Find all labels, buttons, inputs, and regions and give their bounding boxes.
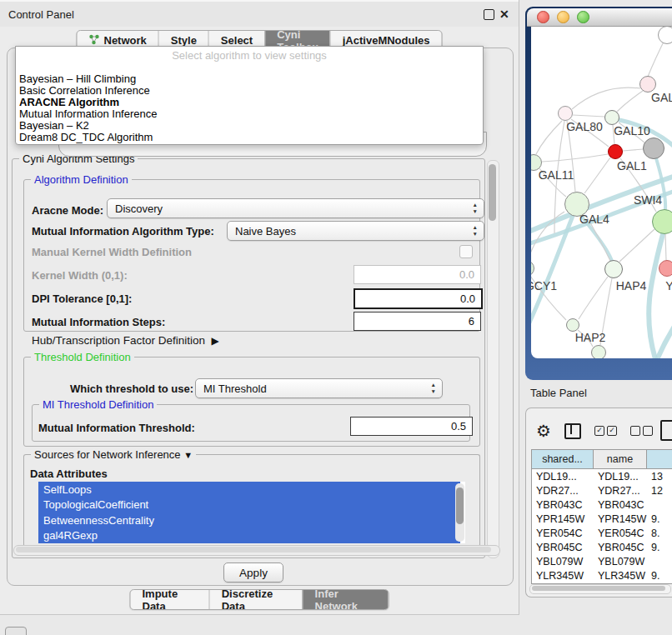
tab-label: Select bbox=[221, 34, 253, 47]
table-cell: YBR045C bbox=[594, 540, 647, 554]
network-node-label: GAL11 bbox=[539, 168, 574, 182]
mi-steps-input[interactable]: 6 bbox=[354, 312, 481, 331]
table-horizontal-scrollbar[interactable] bbox=[529, 584, 671, 594]
attribute-list-item[interactable]: gal4RGexp bbox=[38, 528, 460, 544]
panel-title: Control Panel bbox=[8, 8, 74, 21]
tab-infer-network[interactable]: Infer Network bbox=[303, 590, 389, 609]
network-node[interactable] bbox=[591, 345, 606, 358]
table-row[interactable]: YER054CYER054C8. bbox=[532, 526, 672, 540]
manual-kernel-width-label: Manual Kernel Width Definition bbox=[32, 246, 192, 258]
table-row[interactable]: YBR045CYBR045C9. bbox=[532, 540, 672, 554]
minimize-traffic-light[interactable] bbox=[557, 11, 569, 23]
algorithm-option[interactable]: Basic Correlation Inference bbox=[19, 85, 479, 97]
settings-vertical-scrollbar[interactable] bbox=[487, 160, 499, 558]
select-all-icon[interactable]: ✓✓ bbox=[594, 426, 617, 436]
document-icon[interactable] bbox=[660, 420, 672, 441]
network-node[interactable] bbox=[658, 27, 672, 44]
table-row[interactable]: YDR27...YDR27...12 bbox=[532, 483, 672, 498]
group-title: Algorithm Definition bbox=[31, 173, 132, 186]
float-window-icon[interactable] bbox=[484, 9, 494, 20]
mi-algorithm-type-select[interactable]: Naive Bayes ▲▼ bbox=[227, 221, 484, 241]
close-icon[interactable]: ✕ bbox=[499, 8, 509, 21]
table-cell: YLR345W bbox=[532, 568, 594, 582]
tab-impute-data[interactable]: Impute Data bbox=[131, 590, 209, 609]
network-node-label: Y bbox=[665, 279, 672, 292]
network-canvas[interactable]: GALGAL80GAL10GAL1GAL11SWI4GAL4GCY1HAP4YH… bbox=[531, 27, 672, 358]
aracne-mode-label: Aracne Mode: bbox=[32, 204, 103, 217]
algorithm-option[interactable]: ARACNE Algorithm bbox=[19, 97, 479, 108]
network-node-label: GAL10 bbox=[614, 124, 650, 138]
settings-horizontal-scrollbar[interactable] bbox=[13, 545, 500, 556]
table-row[interactable]: YPR145WYPR145W9. bbox=[532, 512, 672, 526]
cyni-bottom-tabs: Impute Data Discretize Data Infer Networ… bbox=[130, 589, 389, 610]
apply-button[interactable]: Apply bbox=[223, 562, 283, 582]
table-cell: YLR345W bbox=[594, 568, 647, 582]
network-node[interactable] bbox=[608, 144, 623, 159]
network-node[interactable] bbox=[652, 209, 672, 234]
collapse-down-icon[interactable]: ▼ bbox=[183, 450, 193, 460]
table-cell: 8. bbox=[647, 526, 672, 540]
network-window-titlebar[interactable] bbox=[527, 8, 672, 27]
network-node-label: SWI4 bbox=[634, 193, 662, 207]
table-header-row: shared...name bbox=[532, 450, 672, 469]
algorithm-option[interactable]: Dream8 DC_TDC Algorithm bbox=[19, 132, 479, 143]
scrollbar-thumb[interactable] bbox=[532, 586, 665, 591]
which-threshold-label: Which threshold to use: bbox=[70, 382, 193, 395]
network-node[interactable] bbox=[639, 76, 656, 92]
table-cell: YBR043C bbox=[594, 498, 647, 512]
table-row[interactable]: YBL079WYBL079W bbox=[532, 554, 672, 568]
network-node[interactable] bbox=[566, 318, 579, 332]
column-header[interactable]: shared... bbox=[532, 450, 594, 468]
dropdown-options: Bayesian – Hill ClimbingBasic Correlatio… bbox=[19, 73, 479, 143]
control-panel-window: Control Panel ✕ Network Style Select bbox=[0, 0, 519, 615]
attribute-list-item[interactable]: TopologicalCoefficient bbox=[38, 498, 460, 513]
scrollbar-thumb[interactable] bbox=[456, 488, 464, 524]
tab-label: Discretize Data bbox=[222, 589, 291, 610]
dpi-tolerance-input[interactable]: 0.0 bbox=[354, 288, 483, 309]
list-scrollbar[interactable] bbox=[455, 483, 464, 542]
which-threshold-select[interactable]: MI Threshold ▲▼ bbox=[195, 378, 443, 398]
column-header[interactable] bbox=[647, 450, 672, 468]
tab-label: Network bbox=[103, 34, 146, 47]
attribute-list-item[interactable]: BetweennessCentrality bbox=[38, 512, 460, 528]
hub-definition-toggle[interactable]: Hub/Transcription Factor Definition ▶ bbox=[32, 334, 219, 347]
unselect-all-icon[interactable] bbox=[630, 426, 653, 436]
columns-icon[interactable] bbox=[564, 423, 581, 439]
group-title: MI Threshold Definition bbox=[39, 398, 157, 411]
network-node[interactable] bbox=[558, 106, 573, 121]
combo-arrows-icon: ▲▼ bbox=[473, 224, 478, 238]
algorithm-option[interactable]: Bayesian – K2 bbox=[19, 120, 479, 132]
mi-threshold-label: Mutual Information Threshold: bbox=[38, 422, 195, 434]
scrollbar-thumb[interactable] bbox=[489, 164, 496, 221]
kernel-width-input[interactable]: 0.0 bbox=[354, 265, 481, 284]
close-traffic-light[interactable] bbox=[537, 11, 549, 23]
network-node[interactable] bbox=[604, 260, 623, 278]
combo-arrows-icon: ▲▼ bbox=[473, 202, 478, 215]
tab-discretize-data[interactable]: Discretize Data bbox=[209, 590, 303, 609]
scrollbar-thumb[interactable] bbox=[16, 547, 491, 552]
mi-threshold-input[interactable]: 0.5 bbox=[350, 417, 473, 436]
table-row[interactable]: YLR345WYLR345W9. bbox=[532, 568, 672, 582]
dropdown-placeholder: Select algorithm to view settings bbox=[16, 49, 483, 62]
attribute-list-item[interactable]: SelfLoops bbox=[38, 482, 460, 498]
table-cell: 9. bbox=[647, 512, 672, 526]
network-node[interactable] bbox=[659, 260, 672, 277]
tab-label: Infer Network bbox=[315, 589, 377, 610]
table-cell: YPR145W bbox=[594, 512, 647, 526]
aracne-mode-select[interactable]: Discovery ▲▼ bbox=[107, 198, 484, 218]
table-row[interactable]: YBR043CYBR043C bbox=[532, 498, 672, 512]
table-row[interactable]: YDL19...YDL19...13 bbox=[532, 469, 672, 483]
network-node[interactable] bbox=[604, 110, 619, 125]
mi-steps-label: Mutual Information Steps: bbox=[32, 316, 165, 328]
control-panel-titlebar: Control Panel ✕ bbox=[0, 0, 519, 27]
selected-value: Naive Bayes bbox=[235, 225, 296, 238]
algorithm-option[interactable]: Bayesian – Hill Climbing bbox=[19, 73, 479, 85]
algorithm-option[interactable]: Mutual Information Inference bbox=[19, 108, 479, 120]
column-header[interactable]: name bbox=[594, 450, 647, 468]
gear-icon[interactable]: ⚙ bbox=[536, 422, 551, 439]
network-node[interactable] bbox=[643, 138, 664, 159]
tab-label: Style bbox=[171, 34, 197, 47]
zoom-traffic-light[interactable] bbox=[577, 11, 589, 23]
manual-kernel-width-checkbox[interactable] bbox=[459, 245, 473, 258]
cut-off-button[interactable] bbox=[5, 627, 27, 635]
